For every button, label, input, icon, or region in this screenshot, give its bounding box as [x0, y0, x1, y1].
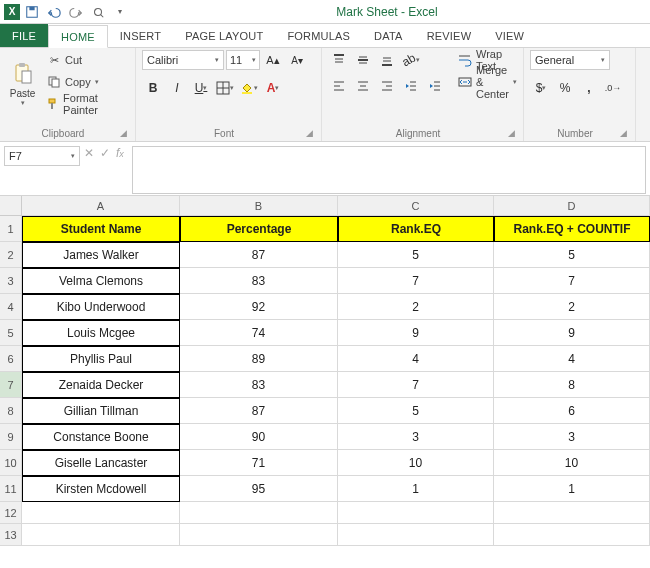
- row-header[interactable]: 9: [0, 424, 22, 450]
- cell[interactable]: 87: [180, 242, 338, 268]
- cell[interactable]: 83: [180, 372, 338, 398]
- cell[interactable]: 95: [180, 476, 338, 502]
- align-left-icon[interactable]: [328, 76, 350, 96]
- cell[interactable]: 3: [338, 424, 494, 450]
- row-header[interactable]: 12: [0, 502, 22, 524]
- redo-icon[interactable]: [68, 4, 84, 20]
- spreadsheet-grid[interactable]: ABCD1Student NamePercentageRank.EQRank.E…: [0, 196, 650, 546]
- row-header[interactable]: 11: [0, 476, 22, 502]
- increase-font-icon[interactable]: A▴: [262, 50, 284, 70]
- tab-formulas[interactable]: FORMULAS: [275, 24, 362, 47]
- cell[interactable]: Constance Boone: [22, 424, 180, 450]
- cell[interactable]: Giselle Lancaster: [22, 450, 180, 476]
- cell[interactable]: 90: [180, 424, 338, 450]
- cell[interactable]: [494, 524, 650, 546]
- percent-format-icon[interactable]: %: [554, 78, 576, 98]
- increase-indent-icon[interactable]: [424, 76, 446, 96]
- tab-review[interactable]: REVIEW: [415, 24, 484, 47]
- cell[interactable]: [494, 502, 650, 524]
- cell[interactable]: 5: [494, 242, 650, 268]
- cell[interactable]: [180, 502, 338, 524]
- cell[interactable]: 7: [338, 372, 494, 398]
- cell[interactable]: 9: [494, 320, 650, 346]
- cell[interactable]: Kirsten Mcdowell: [22, 476, 180, 502]
- cell[interactable]: James Walker: [22, 242, 180, 268]
- table-header-cell[interactable]: Rank.EQ + COUNTIF: [494, 216, 650, 242]
- fill-color-button[interactable]: ▾: [238, 78, 260, 98]
- cell[interactable]: 83: [180, 268, 338, 294]
- cell[interactable]: 2: [494, 294, 650, 320]
- cell[interactable]: 71: [180, 450, 338, 476]
- table-header-cell[interactable]: Percentage: [180, 216, 338, 242]
- cell[interactable]: 92: [180, 294, 338, 320]
- row-header[interactable]: 13: [0, 524, 22, 546]
- table-header-cell[interactable]: Rank.EQ: [338, 216, 494, 242]
- italic-button[interactable]: I: [166, 78, 188, 98]
- cell[interactable]: [338, 502, 494, 524]
- tab-file[interactable]: FILE: [0, 24, 48, 47]
- font-name-select[interactable]: Calibri▾: [142, 50, 224, 70]
- cell[interactable]: 1: [338, 476, 494, 502]
- fx-icon[interactable]: fx: [116, 146, 124, 160]
- cell[interactable]: 3: [494, 424, 650, 450]
- row-header[interactable]: 2: [0, 242, 22, 268]
- cut-button[interactable]: ✂Cut: [43, 50, 129, 70]
- orientation-icon[interactable]: ab▾: [400, 50, 422, 70]
- bold-button[interactable]: B: [142, 78, 164, 98]
- dialog-launcher-icon[interactable]: ◢: [620, 128, 627, 138]
- cell[interactable]: 7: [494, 268, 650, 294]
- cell[interactable]: 4: [338, 346, 494, 372]
- row-header[interactable]: 8: [0, 398, 22, 424]
- qat-customize-icon[interactable]: ▾: [112, 4, 128, 20]
- cell[interactable]: 87: [180, 398, 338, 424]
- column-header[interactable]: A: [22, 196, 180, 216]
- tab-insert[interactable]: INSERT: [108, 24, 173, 47]
- row-header[interactable]: 3: [0, 268, 22, 294]
- align-center-icon[interactable]: [352, 76, 374, 96]
- cell[interactable]: 5: [338, 242, 494, 268]
- cell[interactable]: Velma Clemons: [22, 268, 180, 294]
- increase-decimal-icon[interactable]: .0→: [602, 78, 624, 98]
- select-all-corner[interactable]: [0, 196, 22, 216]
- tab-view[interactable]: VIEW: [483, 24, 536, 47]
- tab-page-layout[interactable]: PAGE LAYOUT: [173, 24, 275, 47]
- format-painter-button[interactable]: Format Painter: [43, 94, 129, 114]
- undo-icon[interactable]: [46, 4, 62, 20]
- cell[interactable]: 6: [494, 398, 650, 424]
- align-middle-icon[interactable]: [352, 50, 374, 70]
- cell[interactable]: 1: [494, 476, 650, 502]
- row-header[interactable]: 4: [0, 294, 22, 320]
- align-right-icon[interactable]: [376, 76, 398, 96]
- cell[interactable]: [22, 502, 180, 524]
- table-header-cell[interactable]: Student Name: [22, 216, 180, 242]
- formula-input[interactable]: [132, 146, 646, 194]
- font-size-select[interactable]: 11▾: [226, 50, 260, 70]
- font-color-button[interactable]: A▾: [262, 78, 284, 98]
- row-header[interactable]: 10: [0, 450, 22, 476]
- name-box[interactable]: F7▾: [4, 146, 80, 166]
- row-header[interactable]: 5: [0, 320, 22, 346]
- underline-button[interactable]: U▾: [190, 78, 212, 98]
- paste-button[interactable]: Paste ▾: [6, 50, 39, 116]
- save-icon[interactable]: [24, 4, 40, 20]
- cell[interactable]: [22, 524, 180, 546]
- cell[interactable]: Phyllis Paul: [22, 346, 180, 372]
- column-header[interactable]: D: [494, 196, 650, 216]
- cell[interactable]: [180, 524, 338, 546]
- cell[interactable]: Zenaida Decker: [22, 372, 180, 398]
- tab-home[interactable]: HOME: [48, 25, 108, 48]
- cell[interactable]: 10: [338, 450, 494, 476]
- cell[interactable]: 2: [338, 294, 494, 320]
- cell[interactable]: Louis Mcgee: [22, 320, 180, 346]
- column-header[interactable]: B: [180, 196, 338, 216]
- cancel-formula-icon[interactable]: ✕: [84, 146, 94, 160]
- dialog-launcher-icon[interactable]: ◢: [120, 128, 127, 138]
- comma-format-icon[interactable]: ,: [578, 78, 600, 98]
- dialog-launcher-icon[interactable]: ◢: [306, 128, 313, 138]
- enter-formula-icon[interactable]: ✓: [100, 146, 110, 160]
- align-top-icon[interactable]: [328, 50, 350, 70]
- cell[interactable]: [338, 524, 494, 546]
- touch-mode-icon[interactable]: [90, 4, 106, 20]
- tab-data[interactable]: DATA: [362, 24, 415, 47]
- number-format-select[interactable]: General▾: [530, 50, 610, 70]
